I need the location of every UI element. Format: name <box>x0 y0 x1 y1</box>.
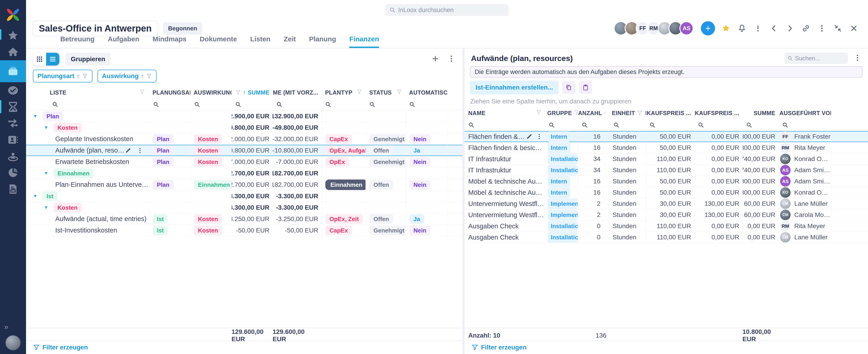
sidebar-item-person[interactable] <box>0 148 26 165</box>
tab-planung[interactable]: Planung <box>309 35 336 48</box>
collapse-expander-icon[interactable]: ▼ <box>44 171 49 176</box>
add-budget-button[interactable] <box>431 55 439 64</box>
current-user-avatar[interactable] <box>5 335 21 351</box>
search-cell-auswirkung[interactable] <box>190 101 231 108</box>
budget-group-row[interactable]: ▼Kosten-49.800,00 EUR-49.800,00 EUR <box>26 122 462 134</box>
budget-menu-button[interactable] <box>447 55 456 64</box>
col-ausgefuehrt-von[interactable]: AUSGEFÜHRT VON <box>778 109 831 117</box>
chevron-left-button[interactable] <box>769 23 779 33</box>
search-icon[interactable] <box>369 101 375 108</box>
kebab-menu-icon[interactable] <box>536 133 543 140</box>
add-member-button[interactable]: + <box>701 21 715 35</box>
budget-row[interactable]: Aufwände (actual, time entries)IstKosten… <box>26 213 462 225</box>
budget-group-row[interactable]: ▼Kosten-3.300,00 EUR-3.300,00 EUR <box>26 202 462 213</box>
search-icon[interactable] <box>549 122 555 128</box>
search-cell-summe-vorzeichen[interactable] <box>273 101 321 108</box>
budget-group-row[interactable]: ▼Einnahmen182.700,00 EUR182.700,00 EUR <box>26 168 462 179</box>
search-cell-summe[interactable] <box>742 122 778 128</box>
filter-icon[interactable] <box>82 73 88 79</box>
tab-listen[interactable]: Listen <box>250 35 270 48</box>
search-cell-planungsart[interactable] <box>149 101 190 108</box>
col-summe[interactable]: SUMME <box>742 110 778 116</box>
filter-icon[interactable] <box>637 110 643 116</box>
filter-icon[interactable] <box>146 73 152 79</box>
chevron-right-button[interactable] <box>785 23 795 33</box>
tab-dokumente[interactable]: Dokumente <box>200 35 237 48</box>
copy-button[interactable] <box>562 81 575 94</box>
search-cell-summe[interactable] <box>231 101 273 108</box>
col-einkaufspreis[interactable]: EINKAUFSPREIS ... <box>646 110 694 116</box>
search-icon[interactable] <box>613 122 619 128</box>
sidebar-item-pie-chart[interactable] <box>0 165 26 181</box>
col-einheit[interactable]: EINHEIT <box>610 110 646 116</box>
budget-group-row[interactable]: ▼Ist-3.300,00 EUR-3.300,00 EUR <box>26 190 462 202</box>
budget-row[interactable]: Plan-Einnahmen aus UntervermietungPlanEi… <box>26 179 462 190</box>
sidebar-item-projects[interactable] <box>0 60 26 82</box>
collapse-button[interactable] <box>833 23 843 33</box>
search-cell-verkaufspreis[interactable] <box>694 122 742 128</box>
budget-row[interactable]: Erwartete BetriebskostenPlanKosten-7.000… <box>26 156 462 168</box>
search-cell-einkaufspreis[interactable] <box>646 122 694 128</box>
search-cell-status[interactable] <box>366 101 405 108</box>
global-search-input[interactable] <box>398 7 504 14</box>
sidebar-item-hourglass[interactable] <box>0 99 26 115</box>
close-button[interactable] <box>849 23 859 33</box>
inloox-logo[interactable] <box>5 6 22 23</box>
search-icon[interactable] <box>276 101 282 108</box>
col-summe[interactable]: ↑SUMME <box>231 89 273 96</box>
bell-button[interactable] <box>737 23 747 33</box>
col-plantyp[interactable]: PLANTYP <box>321 89 366 96</box>
filter-icon[interactable] <box>604 110 607 116</box>
star-button[interactable] <box>721 23 731 33</box>
collapse-expander-icon[interactable]: ▼ <box>44 125 49 130</box>
kebab-menu-button[interactable] <box>817 23 827 33</box>
collapse-expander-icon[interactable]: ▼ <box>44 205 49 210</box>
detail-search-input[interactable] <box>795 55 845 62</box>
kebab-menu-icon[interactable] <box>136 147 143 154</box>
resource-row[interactable]: Ausgaben CheckInstallations-Se0Stunden11… <box>465 220 868 232</box>
collapse-expander-icon[interactable]: ▼ <box>33 114 37 119</box>
col-status[interactable]: STATUS <box>366 89 405 96</box>
sidebar-item-contact-card[interactable] <box>0 131 26 148</box>
col-verkaufspreis[interactable]: VERKAUFSPREIS ... <box>694 110 742 116</box>
sidebar-item-route[interactable] <box>0 115 26 131</box>
col-liste[interactable]: LISTE <box>26 89 149 96</box>
search-icon[interactable] <box>235 101 241 108</box>
search-cell-name[interactable] <box>465 122 545 128</box>
search-icon[interactable] <box>782 122 788 128</box>
resource-row[interactable]: IT InfrastrukturInstallations-Se34Stunde… <box>465 165 868 176</box>
sidebar-item-invoice[interactable] <box>0 181 26 197</box>
search-icon[interactable] <box>153 101 159 108</box>
tab-mindmaps[interactable]: Mindmaps <box>153 35 186 48</box>
global-search[interactable] <box>385 4 509 16</box>
filter-icon[interactable] <box>536 109 542 115</box>
filter-icon[interactable] <box>574 109 578 115</box>
paste-button[interactable] <box>579 81 592 94</box>
filter-icon[interactable] <box>139 89 145 95</box>
resource-row[interactable]: Untervermietung WestflügelImplementierun… <box>465 198 868 209</box>
group-by-label[interactable]: Gruppieren <box>65 53 111 65</box>
search-cell-einheit[interactable] <box>610 122 646 128</box>
search-icon[interactable] <box>325 101 331 108</box>
resource-row[interactable]: Flächen finden & besichtigenIntern16Stun… <box>465 131 868 142</box>
search-icon[interactable] <box>649 122 655 128</box>
search-cell-ausgefuehrt-von[interactable] <box>778 122 831 128</box>
tab-aufgaben[interactable]: Aufgaben <box>108 35 139 48</box>
col-automatisch[interactable]: AUTOMATISCH <box>405 89 447 96</box>
search-cell-anzahl[interactable] <box>578 122 610 128</box>
search-icon[interactable] <box>746 122 752 128</box>
create-actual-income-button[interactable]: Ist-Einnahmen erstellen... <box>470 81 558 94</box>
budget-group-row[interactable]: ▼Plan132.900,00 EUR132.900,00 EUR <box>26 111 462 122</box>
collapse-expander-icon[interactable]: ▼ <box>33 194 37 199</box>
col-summe-vorzeichen[interactable]: SUMME (MIT VORZ... <box>273 89 321 96</box>
search-cell-liste[interactable] <box>26 101 149 108</box>
search-icon[interactable] <box>409 101 415 108</box>
detail-search[interactable] <box>784 53 848 64</box>
detail-menu-button[interactable] <box>854 54 862 63</box>
detail-create-filter-link[interactable]: Filter erzeugen <box>465 341 868 354</box>
resource-row[interactable]: Ausgaben CheckInstallations-Se0Stunden11… <box>465 232 868 243</box>
filter-icon[interactable] <box>356 89 362 95</box>
tab-finanzen[interactable]: Finanzen <box>349 35 379 48</box>
edit-pencil-icon[interactable] <box>125 147 131 154</box>
col-auswirkung[interactable]: AUSWIRKUNG <box>190 89 231 96</box>
